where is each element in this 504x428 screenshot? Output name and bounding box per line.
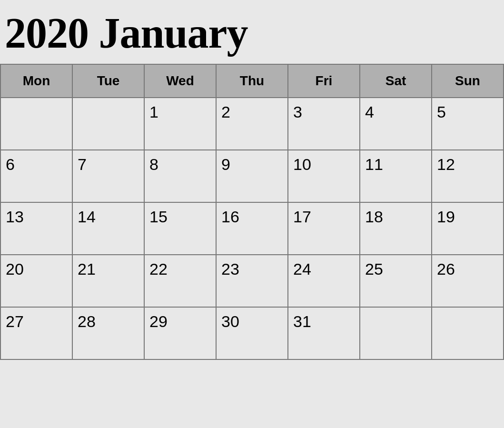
calendar-day[interactable]: 8 bbox=[144, 150, 216, 202]
calendar-header: 2020 January bbox=[0, 0, 504, 64]
calendar-day[interactable]: 1 bbox=[144, 98, 216, 150]
calendar-day[interactable]: 12 bbox=[432, 150, 504, 202]
calendar-day bbox=[72, 98, 144, 150]
weekday-sat: Sat bbox=[360, 64, 432, 98]
calendar-day bbox=[432, 307, 504, 359]
calendar-week-row: 13141516171819 bbox=[0, 202, 504, 255]
calendar-day[interactable]: 27 bbox=[0, 307, 72, 359]
calendar-month: January bbox=[99, 10, 248, 57]
calendar-body: 1234567891011121314151617181920212223242… bbox=[0, 98, 504, 359]
calendar-day[interactable]: 9 bbox=[216, 150, 288, 202]
calendar-day[interactable]: 16 bbox=[216, 202, 288, 255]
calendar-weekdays-header: Mon Tue Wed Thu Fri Sat Sun bbox=[0, 64, 504, 98]
calendar-day[interactable]: 4 bbox=[360, 98, 432, 150]
calendar-day[interactable]: 7 bbox=[72, 150, 144, 202]
calendar-day[interactable]: 5 bbox=[432, 98, 504, 150]
calendar-day[interactable]: 31 bbox=[288, 307, 360, 359]
calendar-day bbox=[0, 98, 72, 150]
calendar-day[interactable]: 18 bbox=[360, 202, 432, 255]
weekday-tue: Tue bbox=[72, 64, 144, 98]
calendar-year: 2020 bbox=[5, 10, 89, 57]
calendar-day[interactable]: 30 bbox=[216, 307, 288, 359]
weekday-mon: Mon bbox=[0, 64, 72, 98]
calendar-day[interactable]: 6 bbox=[0, 150, 72, 202]
calendar-day[interactable]: 26 bbox=[432, 255, 504, 307]
weekday-fri: Fri bbox=[288, 64, 360, 98]
calendar-week-row: 20212223242526 bbox=[0, 255, 504, 307]
calendar-week-row: 6789101112 bbox=[0, 150, 504, 202]
calendar-day[interactable]: 10 bbox=[288, 150, 360, 202]
calendar-day[interactable]: 15 bbox=[144, 202, 216, 255]
calendar-day[interactable]: 24 bbox=[288, 255, 360, 307]
calendar-day[interactable]: 25 bbox=[360, 255, 432, 307]
calendar-day[interactable]: 19 bbox=[432, 202, 504, 255]
calendar-table: Mon Tue Wed Thu Fri Sat Sun 123456789101… bbox=[0, 64, 504, 360]
weekday-row: Mon Tue Wed Thu Fri Sat Sun bbox=[0, 64, 504, 98]
calendar-week-row: 12345 bbox=[0, 98, 504, 150]
calendar-day[interactable]: 3 bbox=[288, 98, 360, 150]
calendar-day[interactable]: 13 bbox=[0, 202, 72, 255]
calendar-day[interactable]: 11 bbox=[360, 150, 432, 202]
calendar-day[interactable]: 28 bbox=[72, 307, 144, 359]
calendar-day[interactable]: 14 bbox=[72, 202, 144, 255]
calendar-day[interactable]: 2 bbox=[216, 98, 288, 150]
calendar-day[interactable]: 29 bbox=[144, 307, 216, 359]
calendar-day[interactable]: 23 bbox=[216, 255, 288, 307]
weekday-thu: Thu bbox=[216, 64, 288, 98]
calendar-title: 2020 January bbox=[5, 10, 499, 57]
calendar-day[interactable]: 21 bbox=[72, 255, 144, 307]
calendar-day[interactable]: 22 bbox=[144, 255, 216, 307]
weekday-sun: Sun bbox=[432, 64, 504, 98]
calendar-day[interactable]: 20 bbox=[0, 255, 72, 307]
calendar-day[interactable]: 17 bbox=[288, 202, 360, 255]
calendar-day bbox=[360, 307, 432, 359]
weekday-wed: Wed bbox=[144, 64, 216, 98]
calendar-week-row: 2728293031 bbox=[0, 307, 504, 359]
